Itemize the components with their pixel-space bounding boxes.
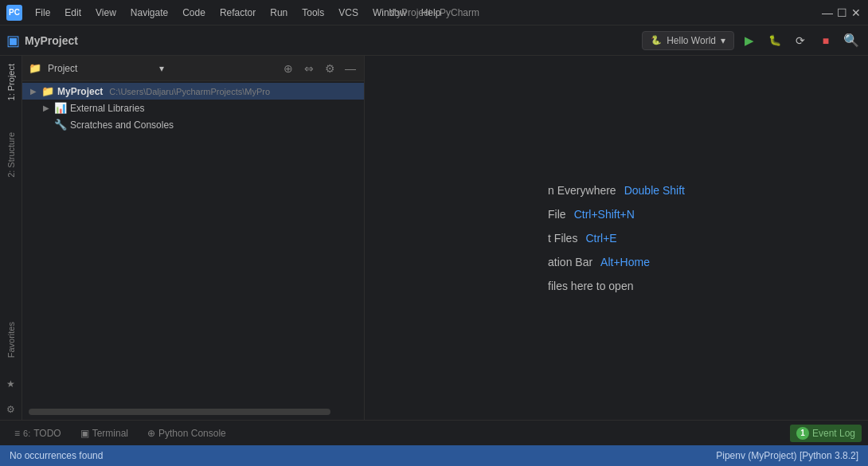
- minimize-button[interactable]: —: [822, 7, 833, 18]
- menu-vcs[interactable]: VCS: [332, 4, 365, 22]
- todo-label: TODO: [33, 428, 61, 439]
- library-icon: 📊: [54, 102, 67, 114]
- sidebar-tab-project[interactable]: 1: Project: [0, 56, 22, 108]
- tree-path-myproject: C:\Users\Daljaru\PycharmProjects\MyPro: [109, 87, 270, 96]
- menu-tools[interactable]: Tools: [295, 4, 330, 22]
- sidebar-tab-structure[interactable]: 2: Structure: [0, 124, 22, 186]
- title-bar: PC File Edit View Navigate Code Refactor…: [0, 0, 868, 25]
- maximize-button[interactable]: ☐: [836, 7, 847, 18]
- sidebar-settings-icon[interactable]: ⚙: [0, 399, 22, 420]
- todo-icon: ≡: [14, 428, 20, 439]
- project-tree: ▶ 📁 MyProject C:\Users\Daljaru\PycharmPr…: [22, 81, 364, 405]
- event-log-button[interactable]: 1 Event Log: [790, 425, 862, 442]
- window-controls[interactable]: — ☐ ✕: [822, 7, 862, 18]
- status-bar: No occurrences found Pipenv (MyProject) …: [0, 445, 868, 466]
- menu-run[interactable]: Run: [264, 4, 294, 22]
- tree-label-scratches: Scratches and Consoles: [70, 119, 174, 131]
- project-panel: 📁 Project ▾ ⊕ ⇔ ⚙ — ▶ 📁 MyProject C:\Use…: [22, 56, 365, 420]
- welcome-text-3: t Files: [548, 232, 577, 245]
- tree-expand-arrow-scratches[interactable]: ▶: [41, 120, 51, 130]
- project-tab-label: 1: Project: [6, 64, 16, 100]
- pycharm-logo: PC: [6, 5, 22, 21]
- menu-file[interactable]: File: [29, 4, 57, 22]
- tree-expand-arrow-libraries[interactable]: ▶: [41, 104, 51, 113]
- python-console-label: Python Console: [158, 428, 226, 439]
- sidebar-favorites-icon[interactable]: ★: [0, 374, 22, 394]
- coverage-button[interactable]: ⟳: [790, 30, 811, 51]
- welcome-text-4: ation Bar: [548, 256, 592, 268]
- run-config-dropdown-icon: ▾: [721, 35, 725, 46]
- menu-edit[interactable]: Edit: [58, 4, 88, 22]
- tree-item-scratches[interactable]: ▶ 🔧 Scratches and Consoles: [22, 116, 364, 133]
- run-configuration-button[interactable]: 🐍 Hello World ▾: [642, 31, 734, 50]
- debug-button[interactable]: 🐛: [764, 30, 785, 51]
- tree-label-libraries: External Libraries: [70, 103, 144, 114]
- title-bar-left: PC File Edit View Navigate Code Refactor…: [6, 4, 447, 22]
- close-button[interactable]: ✕: [850, 7, 862, 18]
- left-sidebar: 1: Project 2: Structure Favorites ★ ⚙: [0, 56, 22, 420]
- sidebar-tab-favorites[interactable]: Favorites: [0, 314, 22, 366]
- bottom-bar: ≡ 6: TODO ▣ Terminal ⊕ Python Console 1 …: [0, 420, 868, 445]
- welcome-text-2: File: [548, 208, 566, 221]
- search-everywhere-button[interactable]: 🔍: [841, 30, 862, 51]
- pycharm-icon: ▣: [6, 32, 20, 49]
- window-title: MyProject - PyCharm: [389, 7, 479, 18]
- event-log-label: Event Log: [812, 428, 855, 439]
- menu-view[interactable]: View: [89, 4, 123, 22]
- welcome-shortcut-3: Ctrl+E: [585, 232, 616, 245]
- project-panel-header: 📁 Project ▾ ⊕ ⇔ ⚙ —: [22, 56, 364, 81]
- welcome-tips: n Everywhere Double Shift File Ctrl+Shif…: [532, 157, 701, 319]
- structure-tab-label: 2: Structure: [6, 132, 16, 178]
- status-message: No occurrences found: [10, 450, 103, 461]
- tree-expand-arrow-myproject[interactable]: ▶: [29, 87, 38, 96]
- python-console-icon: ⊕: [147, 428, 155, 439]
- welcome-text-1: n Everywhere: [548, 184, 616, 197]
- tree-item-external-libraries[interactable]: ▶ 📊 External Libraries: [22, 100, 364, 116]
- project-scrollbar-area[interactable]: [22, 405, 364, 420]
- welcome-text-5: files here to open: [548, 280, 633, 292]
- favorites-tab-label: Favorites: [6, 322, 16, 358]
- folder-icon-myproject: 📁: [41, 85, 54, 97]
- project-panel-title: Project: [48, 63, 153, 74]
- welcome-line-5: files here to open: [548, 280, 685, 292]
- run-button[interactable]: ▶: [739, 30, 760, 51]
- menu-refactor[interactable]: Refactor: [213, 4, 262, 22]
- tree-label-myproject: MyProject: [57, 86, 103, 97]
- interpreter-info: Pipenv (MyProject) [Python 3.8.2]: [716, 450, 858, 461]
- stop-button[interactable]: ■: [815, 30, 836, 51]
- project-add-icon[interactable]: ⊕: [281, 61, 295, 76]
- project-name: MyProject: [25, 34, 78, 47]
- welcome-shortcut-1: Double Shift: [624, 184, 685, 197]
- welcome-shortcut-4: Alt+Home: [600, 256, 650, 268]
- welcome-shortcut-2: Ctrl+Shift+N: [574, 208, 635, 221]
- project-settings-icon[interactable]: ⚙: [323, 61, 337, 76]
- welcome-line-4: ation Bar Alt+Home: [548, 256, 685, 268]
- menu-navigate[interactable]: Navigate: [124, 4, 174, 22]
- menu-bar: File Edit View Navigate Code Refactor Ru…: [29, 4, 447, 22]
- bottom-tab-terminal[interactable]: ▣ Terminal: [72, 425, 136, 442]
- welcome-line-1: n Everywhere Double Shift: [548, 184, 685, 197]
- welcome-line-3: t Files Ctrl+E: [548, 232, 685, 245]
- project-layout-icon[interactable]: ⇔: [302, 61, 316, 76]
- project-panel-dropdown-icon[interactable]: ▾: [159, 63, 164, 74]
- editor-area: n Everywhere Double Shift File Ctrl+Shif…: [365, 56, 868, 420]
- project-minimize-icon[interactable]: —: [343, 61, 358, 76]
- bottom-tab-python-console[interactable]: ⊕ Python Console: [139, 425, 234, 442]
- event-count-badge: 1: [796, 427, 809, 440]
- welcome-line-2: File Ctrl+Shift+N: [548, 208, 685, 221]
- terminal-label: Terminal: [92, 428, 128, 439]
- scratch-icon: 🔧: [54, 119, 67, 131]
- main-toolbar: ▣ MyProject 🐍 Hello World ▾ ▶ 🐛 ⟳ ■ 🔍: [0, 25, 868, 56]
- tree-item-myproject[interactable]: ▶ 📁 MyProject C:\Users\Daljaru\PycharmPr…: [22, 83, 364, 100]
- project-scrollbar-thumb[interactable]: [29, 409, 330, 415]
- terminal-icon: ▣: [80, 428, 89, 439]
- bottom-tab-todo[interactable]: ≡ 6: TODO: [6, 425, 69, 442]
- run-config-label: Hello World: [667, 35, 716, 46]
- menu-code[interactable]: Code: [176, 4, 212, 22]
- content-area: 1: Project 2: Structure Favorites ★ ⚙ 📁 …: [0, 56, 868, 420]
- run-config-icon: 🐍: [651, 35, 662, 45]
